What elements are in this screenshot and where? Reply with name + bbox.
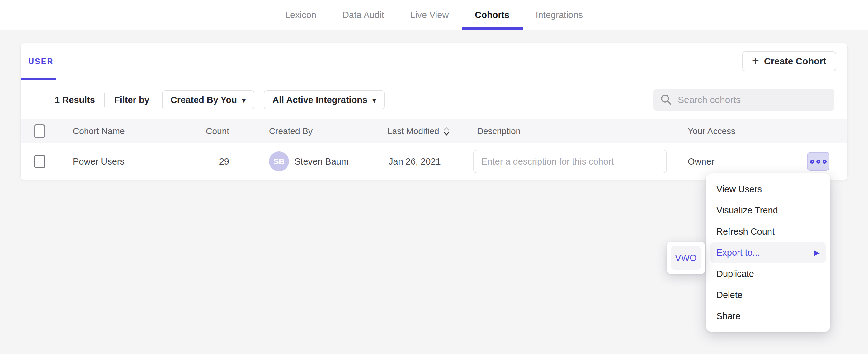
column-description: Description <box>477 126 521 136</box>
select-all-checkbox-cell <box>34 124 45 138</box>
select-all-checkbox[interactable] <box>34 124 45 138</box>
column-your-access: Your Access <box>688 126 735 136</box>
caret-down-icon: ▾ <box>372 96 376 104</box>
tab-data-audit[interactable]: Data Audit <box>330 0 397 30</box>
ellipsis-icon <box>823 160 827 164</box>
export-submenu: VWO <box>666 242 705 274</box>
menu-item-label: Duplicate <box>716 269 754 279</box>
integrations-filter-value: All Active Integrations <box>272 95 367 105</box>
search-cohorts-input[interactable] <box>678 95 828 105</box>
tab-cohorts[interactable]: Cohorts <box>462 0 522 30</box>
row-actions-menu: View Users Visualize Trend Refresh Count… <box>706 173 830 332</box>
menu-item-delete[interactable]: Delete <box>710 284 826 305</box>
ellipsis-icon <box>810 160 814 164</box>
column-created-by: Created By <box>269 126 313 136</box>
top-navigation: Lexicon Data Audit Live View Cohorts Int… <box>0 0 868 30</box>
tab-user-cohorts[interactable]: USER <box>28 43 54 79</box>
integrations-filter-dropdown[interactable]: All Active Integrations ▾ <box>264 90 385 109</box>
menu-item-label: Share <box>716 311 740 321</box>
results-count: 1 Results <box>55 95 95 105</box>
caret-down-icon: ▾ <box>242 96 246 104</box>
cohort-count: 29 <box>178 157 229 167</box>
description-input[interactable] <box>473 150 667 173</box>
created-by-name: Steven Baum <box>294 157 349 167</box>
cohort-name-link[interactable]: Power Users <box>73 157 125 167</box>
menu-item-export-to[interactable]: Export to... ▶ <box>710 242 826 263</box>
filter-group: 1 Results Filter by Created By You ▾ All… <box>55 80 385 120</box>
filter-toolbar: 1 Results Filter by Created By You ▾ All… <box>21 80 847 120</box>
menu-item-refresh-count[interactable]: Refresh Count <box>710 221 826 242</box>
ellipsis-icon <box>816 160 820 164</box>
cohorts-panel: USER + Create Cohort 1 Results Filter by… <box>20 43 848 180</box>
last-modified-date: Jan 26, 2021 <box>389 157 441 167</box>
create-cohort-label: Create Cohort <box>764 56 826 67</box>
plus-icon: + <box>752 55 759 67</box>
menu-item-label: Refresh Count <box>716 226 775 237</box>
column-last-modified-label: Last Modified <box>387 126 439 136</box>
cohort-type-tabstrip: USER + Create Cohort <box>21 43 847 79</box>
tab-integrations[interactable]: Integrations <box>523 0 596 30</box>
menu-item-visualize-trend[interactable]: Visualize Trend <box>710 200 826 221</box>
created-by-cell: SB Steven Baum <box>269 152 349 171</box>
menu-item-label: Delete <box>716 290 743 300</box>
toolbar-divider <box>104 93 105 107</box>
row-checkbox-cell <box>34 155 45 168</box>
submenu-arrow-icon: ▶ <box>814 249 820 257</box>
menu-item-label: Export to... <box>716 248 760 258</box>
menu-item-share[interactable]: Share <box>710 305 826 327</box>
tab-live-view[interactable]: Live View <box>397 0 462 30</box>
menu-item-label: View Users <box>716 184 762 194</box>
column-cohort-name: Cohort Name <box>73 126 125 136</box>
access-value: Owner <box>688 157 714 167</box>
search-cohorts-box <box>653 89 834 111</box>
submenu-item-vwo[interactable]: VWO <box>671 246 701 270</box>
tab-lexicon[interactable]: Lexicon <box>272 0 330 30</box>
avatar: SB <box>269 152 289 171</box>
table-header: Cohort Name Count Created By Last Modifi… <box>21 120 847 143</box>
created-by-filter-value: Created By You <box>170 95 237 105</box>
menu-item-duplicate[interactable]: Duplicate <box>710 263 826 284</box>
sort-icon <box>443 126 450 137</box>
menu-item-label: Visualize Trend <box>716 205 778 216</box>
filter-by-label: Filter by <box>114 95 150 105</box>
row-checkbox[interactable] <box>34 155 45 168</box>
create-cohort-button[interactable]: + Create Cohort <box>742 51 836 71</box>
row-actions-button[interactable] <box>807 152 829 171</box>
menu-item-view-users[interactable]: View Users <box>710 179 826 200</box>
search-icon <box>660 94 672 106</box>
created-by-filter-dropdown[interactable]: Created By You ▾ <box>162 90 254 109</box>
column-last-modified[interactable]: Last Modified <box>387 126 450 137</box>
column-count: Count <box>178 126 229 136</box>
